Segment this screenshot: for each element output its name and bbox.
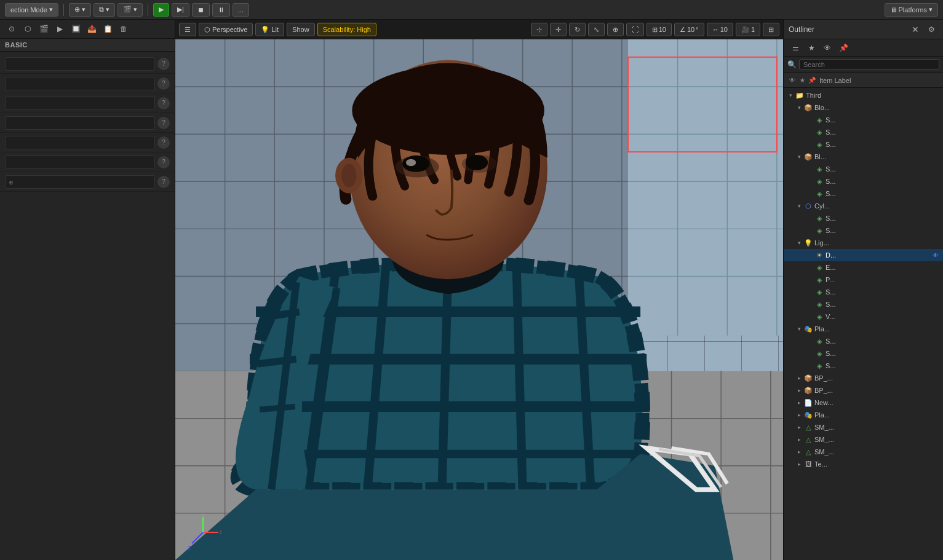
lit-button[interactable]: 💡 Lit — [255, 23, 284, 36]
tree-item-blo2c3[interactable]: ◈ S... — [784, 187, 943, 200]
mode-selector[interactable]: ection Mode ▾ — [5, 3, 58, 17]
prop-input-3[interactable] — [5, 97, 155, 110]
tree-item-sm3[interactable]: ▸ △ SM_... — [784, 446, 943, 458]
property-row-1: ? — [0, 54, 175, 74]
tree-item-plac2[interactable]: ◈ S... — [784, 347, 943, 360]
tree-item-blo1[interactable]: ▾ 📦 Blo... — [784, 101, 943, 114]
tree-item-plac3[interactable]: ◈ S... — [784, 360, 943, 372]
tree-item-third[interactable]: ▾ 📁 Third — [784, 89, 943, 101]
add-chevron: ▾ — [82, 6, 86, 14]
tree-item-dirlight[interactable]: ☀ D... 👁 — [784, 249, 943, 261]
tree-item-ligc2[interactable]: ◈ E... — [784, 261, 943, 274]
tree-item-new1[interactable]: ▸ 📄 New... — [784, 396, 943, 409]
outliner-settings-button[interactable]: ⚙ — [925, 23, 938, 36]
tree-item-blo2c1[interactable]: ◈ S... — [784, 163, 943, 175]
prop-input-7[interactable]: e — [5, 175, 155, 189]
tree-icon-lig: 💡 — [803, 239, 813, 247]
add-button[interactable]: ⊕ ▾ — [69, 3, 91, 17]
outliner-search-input[interactable] — [799, 59, 939, 70]
outliner-tree[interactable]: ▾ 📁 Third ▾ 📦 Blo... ◈ S... ◈ S... — [784, 88, 943, 560]
panel-icon-3[interactable]: 🎬 — [37, 22, 50, 36]
filter-vis-btn[interactable]: 👁 — [821, 41, 834, 55]
prop-value-7: e — [9, 178, 13, 186]
tree-item-sm1[interactable]: ▸ △ SM_... — [784, 421, 943, 433]
prop-help-4[interactable]: ? — [157, 117, 170, 129]
prop-help-5[interactable]: ? — [157, 136, 170, 149]
scalability-button[interactable]: Scalability: High — [317, 23, 376, 36]
filter-btn[interactable]: ⚌ — [789, 41, 802, 55]
prop-help-7[interactable]: ? — [157, 176, 170, 188]
outliner-title: Outliner — [789, 25, 814, 34]
panel-icon-6[interactable]: 📤 — [85, 22, 98, 36]
tree-item-cyl[interactable]: ▾ ⬡ Cyl... — [784, 200, 943, 212]
platforms-button[interactable]: 🖥 Platforms ▾ — [885, 3, 938, 17]
rotate-btn[interactable]: ↻ — [569, 23, 586, 36]
panel-icon-1[interactable]: ⊙ — [5, 22, 18, 36]
prop-input-4[interactable] — [5, 116, 155, 130]
show-button[interactable]: Show — [287, 23, 315, 36]
play-button[interactable]: ▶ — [153, 3, 169, 17]
tree-item-cylc2[interactable]: ◈ S... — [784, 224, 943, 237]
prop-help-6[interactable]: ? — [157, 156, 170, 168]
tree-item-plac1[interactable]: ◈ S... — [784, 335, 943, 347]
tree-item-ligc3[interactable]: ◈ P... — [784, 274, 943, 286]
blueprints-button[interactable]: ⧉ ▾ — [94, 3, 115, 17]
tree-item-bp1[interactable]: ▸ 📦 BP_... — [784, 372, 943, 384]
svg-rect-18 — [628, 39, 783, 336]
prop-input-5[interactable] — [5, 136, 155, 149]
viewport-menu-button[interactable]: ☰ — [179, 23, 196, 36]
perspective-button[interactable]: ⬡ Perspective — [199, 23, 253, 36]
left-panel-properties: ? ? ? ? ? ? — [0, 52, 175, 560]
viewport-toolbar: ☰ ⬡ Perspective 💡 Lit Show Scalability: … — [175, 20, 783, 39]
play-options-button[interactable]: ▶| — [172, 3, 189, 17]
viewport-layout-btn[interactable]: ⊞ — [763, 23, 779, 36]
tree-item-ligc6[interactable]: ◈ V... — [784, 310, 943, 323]
tree-item-ligc4[interactable]: ◈ S... — [784, 286, 943, 298]
panel-icon-8[interactable]: 🗑 — [117, 22, 130, 36]
tree-item-blo1c2[interactable]: ◈ S... — [784, 126, 943, 138]
tree-label-ligc5: S... — [826, 301, 941, 308]
filter-star-btn[interactable]: ★ — [805, 41, 818, 55]
scale-btn[interactable]: ⤡ — [588, 23, 605, 36]
tree-item-blo2c2[interactable]: ◈ S... — [784, 175, 943, 187]
tree-item-sm2[interactable]: ▸ △ SM_... — [784, 433, 943, 446]
lit-label: Lit — [271, 26, 279, 33]
property-row-6: ? — [0, 152, 175, 172]
pause-button[interactable]: ⏸ — [212, 3, 230, 17]
tree-item-lig[interactable]: ▾ 💡 Lig... — [784, 237, 943, 249]
translate-btn[interactable]: ✛ — [550, 23, 567, 36]
cinematic-chevron: ▾ — [133, 6, 137, 14]
maximize-btn[interactable]: ⛶ — [626, 23, 644, 36]
panel-icon-7[interactable]: 📋 — [101, 22, 114, 36]
tree-item-pla[interactable]: ▾ 🎭 Pla... — [784, 323, 943, 335]
prop-help-1[interactable]: ? — [157, 58, 170, 70]
tree-item-pla2[interactable]: ▸ 🎭 Pla... — [784, 409, 943, 421]
tree-item-bp2[interactable]: ▸ 📦 BP_... — [784, 384, 943, 396]
panel-icon-2[interactable]: ⬡ — [21, 22, 34, 36]
tree-item-cylc1[interactable]: ◈ S... — [784, 212, 943, 224]
panel-icon-5[interactable]: 🔲 — [69, 22, 82, 36]
viewport-area[interactable]: X Y Z ☰ ⬡ Perspective 💡 Lit Show — [175, 20, 783, 560]
left-panel-icon-toolbar: ⊙ ⬡ 🎬 ▶ 🔲 📤 📋 🗑 — [0, 20, 175, 39]
launch-settings-button[interactable]: ... — [233, 3, 249, 17]
tree-label-plac1: S... — [826, 337, 941, 345]
prop-input-2[interactable] — [5, 77, 155, 90]
tree-item-tex[interactable]: ▸ 🖼 Te... — [784, 458, 943, 470]
viewport-options-btn[interactable]: ⊕ — [607, 23, 624, 36]
tree-item-blo1c3[interactable]: ◈ S... — [784, 138, 943, 151]
stop-button[interactable]: ⏹ — [192, 3, 210, 17]
tree-icon-plac3: ◈ — [814, 362, 824, 370]
tree-item-blo1c1[interactable]: ◈ S... — [784, 114, 943, 126]
cinematic-button[interactable]: 🎬 ▾ — [117, 3, 143, 17]
filter-pin-btn[interactable]: 📌 — [837, 41, 850, 55]
outliner-close-button[interactable]: ✕ — [909, 23, 922, 36]
prop-input-1[interactable] — [5, 57, 155, 71]
prop-help-3[interactable]: ? — [157, 97, 170, 109]
tree-item-blo2[interactable]: ▾ 📦 Bl... — [784, 151, 943, 163]
prop-help-2[interactable]: ? — [157, 77, 170, 90]
cinematic-icon: 🎬 — [123, 6, 132, 14]
select-mode-btn[interactable]: ⊹ — [531, 23, 547, 36]
prop-input-6[interactable] — [5, 156, 155, 169]
tree-item-ligc5[interactable]: ◈ S... — [784, 298, 943, 310]
panel-icon-4[interactable]: ▶ — [53, 22, 66, 36]
